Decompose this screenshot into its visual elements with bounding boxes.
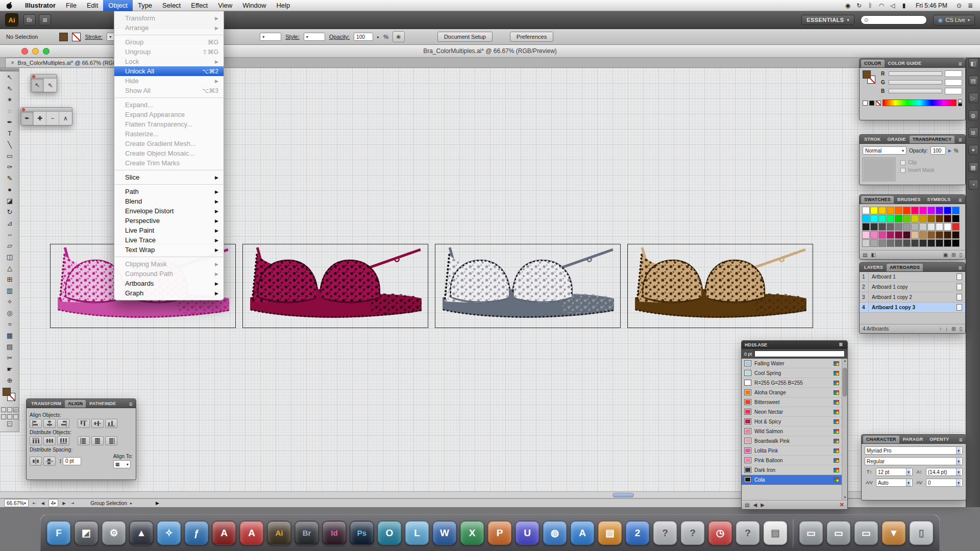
bridge-launcher-icon[interactable]: Br xyxy=(23,14,36,26)
delete-artboard-icon[interactable]: ▯ xyxy=(959,326,962,332)
invert-mask-checkbox[interactable] xyxy=(900,168,905,173)
swatch-13[interactable] xyxy=(870,215,878,222)
color-spectrum-bar[interactable] xyxy=(883,99,957,106)
black-corner-swatch[interactable] xyxy=(958,103,962,106)
hd15-find-input[interactable] xyxy=(754,350,845,357)
pen-tearoff-palette[interactable]: ✒✚−∧ xyxy=(20,107,72,126)
delete-swatch-icon[interactable]: ▯ xyxy=(959,252,962,258)
close-icon[interactable] xyxy=(22,108,25,111)
tracking-dropdown[interactable]: 0 ▾ xyxy=(926,479,963,487)
volume-icon[interactable]: ◁ xyxy=(887,2,898,9)
dock-excel[interactable]: X xyxy=(460,521,484,545)
rectangle-tool[interactable]: ▭ xyxy=(0,150,19,161)
panel-menu-icon[interactable]: ≣ xyxy=(957,437,964,443)
dock-trash[interactable]: ▯ xyxy=(910,521,934,545)
artboard-row-artboard-1[interactable]: 1Artboard 1 xyxy=(860,272,965,282)
color-tab-color[interactable]: COLOR xyxy=(861,60,885,67)
last-artboard-button[interactable]: ⇥ xyxy=(70,501,76,506)
dock-unknown-app-2[interactable]: ? xyxy=(681,521,705,545)
dock-minimized-window-1[interactable]: ▭ xyxy=(799,521,823,545)
dock-minimized-window-2[interactable]: ▭ xyxy=(827,521,851,545)
swatch-23[interactable] xyxy=(952,215,960,222)
swatch-19[interactable] xyxy=(919,215,927,222)
swatch-44[interactable] xyxy=(927,231,935,239)
search-input[interactable] xyxy=(870,17,921,23)
dock-bridge[interactable]: Br xyxy=(295,521,319,545)
artboard-artboard-1-copy-2[interactable] xyxy=(435,244,621,328)
graphic-style-dropdown[interactable]: ▾ xyxy=(304,33,325,41)
swatch-22[interactable] xyxy=(944,215,951,222)
character-tab-paragr[interactable]: PARAGR xyxy=(900,436,926,443)
blend-mode-dropdown[interactable]: Normal ▾ xyxy=(863,146,906,155)
horizontal-distribute-space-button[interactable] xyxy=(43,457,56,466)
menu-item-artboards[interactable]: Artboards▶ xyxy=(114,279,224,288)
column-graph-tool[interactable]: ▦ xyxy=(0,330,19,341)
zoom-tool[interactable]: ⊕ xyxy=(0,374,19,386)
rotate-tool[interactable]: ↻ xyxy=(0,206,19,217)
blob-brush-tool[interactable]: ● xyxy=(0,184,19,195)
swatch-38[interactable] xyxy=(878,231,886,239)
close-icon[interactable] xyxy=(32,75,35,78)
panel-icon-info[interactable]: ▤ xyxy=(968,76,978,86)
swatch-0[interactable] xyxy=(862,207,870,214)
swatch-18[interactable] xyxy=(911,215,919,222)
swatch-48[interactable] xyxy=(862,239,870,247)
color-tab-color-guide[interactable]: COLOR GUIDE xyxy=(885,60,925,67)
swatch-43[interactable] xyxy=(919,231,927,239)
draw-inside-button[interactable] xyxy=(13,414,18,419)
status-menu-arrow-icon[interactable]: ▸ xyxy=(130,501,132,506)
tearoff-titlebar[interactable] xyxy=(31,74,57,79)
clip-checkbox[interactable] xyxy=(900,160,905,165)
zoom-level-field[interactable]: 66.67% ▾ xyxy=(4,499,29,507)
swatch-42[interactable] xyxy=(911,231,919,239)
swatch-8[interactable] xyxy=(927,207,935,214)
swatch-30[interactable] xyxy=(911,223,919,231)
swatch-29[interactable] xyxy=(903,223,911,231)
dock-word[interactable]: W xyxy=(433,521,457,545)
eraser-tool[interactable]: ◪ xyxy=(0,195,19,206)
align-bottom-button[interactable] xyxy=(105,419,117,428)
swatch-12[interactable] xyxy=(862,215,870,222)
magic-wand-tool[interactable]: ✶ xyxy=(0,94,19,105)
dock-unknown-app-3[interactable]: ? xyxy=(736,521,760,545)
hd15-swatch-cola[interactable]: Cola xyxy=(742,475,842,485)
apple-menu[interactable] xyxy=(0,2,20,9)
screen-mode-button[interactable]: ▢ xyxy=(7,421,12,427)
dock-adobe-reader[interactable]: A xyxy=(240,521,264,545)
blend-tool[interactable]: ◎ xyxy=(0,307,19,318)
swatch-34[interactable] xyxy=(944,223,951,231)
cs-live-button[interactable]: ◉ CS Live ▾ xyxy=(933,15,975,26)
align-tab-transform[interactable]: TRANSFORM xyxy=(28,400,64,408)
time-machine-icon[interactable]: ↻ xyxy=(853,2,865,9)
gradient-mode-button[interactable] xyxy=(7,407,12,412)
color-mode-button[interactable] xyxy=(1,407,6,412)
swatch-2[interactable] xyxy=(878,207,886,214)
swatch-17[interactable] xyxy=(903,215,911,222)
stroke-label[interactable]: Stroke: xyxy=(85,34,103,40)
hd15-swatch-boardwalk-pink[interactable]: Boardwalk Pink xyxy=(742,436,842,446)
status-indicator[interactable]: Group Selection xyxy=(90,500,127,506)
panel-menu-icon[interactable]: ≣ xyxy=(957,137,964,143)
menubar-item-select[interactable]: Select xyxy=(157,0,186,11)
artboard-row-artboard-1-copy-2[interactable]: 3Artboard 1 copy 2 xyxy=(860,292,965,303)
vertical-distribute-space-button[interactable] xyxy=(30,457,42,466)
swatch-56[interactable] xyxy=(927,239,935,247)
next-library-icon[interactable]: ▶ xyxy=(761,502,765,508)
perspective-grid-tool[interactable]: △ xyxy=(0,262,19,273)
swatch-39[interactable] xyxy=(887,231,894,239)
align-top-button[interactable] xyxy=(78,419,90,428)
hd15-swatch-hot-spicy[interactable]: Hot & Spicy xyxy=(742,417,842,427)
panel-menu-icon[interactable]: ≣ xyxy=(837,342,844,348)
new-swatch-icon[interactable]: ⊞ xyxy=(951,252,955,258)
dock-powerpoint[interactable]: P xyxy=(488,521,512,545)
next-artboard-button[interactable]: ▶ xyxy=(61,501,66,506)
spotlight-icon[interactable]: ⊙ xyxy=(953,2,965,9)
hd15-swatch-neon-nectar[interactable]: Neon Nectar xyxy=(742,407,842,417)
search-field[interactable]: ⊙ xyxy=(861,15,927,24)
swatch-28[interactable] xyxy=(895,223,902,231)
dock-downloads-stack[interactable]: ▼ xyxy=(882,521,906,545)
hd15-swatch-aloha-orange[interactable]: Aloha Orange xyxy=(742,388,842,397)
dock-minimized-window-3[interactable]: ▭ xyxy=(854,521,878,545)
swatch-54[interactable] xyxy=(911,239,919,247)
channel-slider-b[interactable] xyxy=(889,89,942,93)
